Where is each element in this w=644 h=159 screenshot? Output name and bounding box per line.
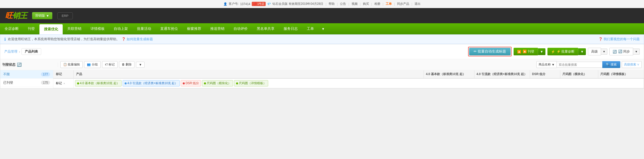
status-item-label: 已刊登: [3, 80, 13, 85]
info-icon: ℹ: [4, 37, 6, 42]
advanced-button-group: 高级 ▼: [588, 48, 608, 55]
store-badge[interactable]: 🔴 1号店: [252, 2, 266, 6]
nav-item-detail-template[interactable]: 详情模板: [86, 23, 109, 34]
notice-link[interactable]: 公告: [340, 2, 346, 6]
tag-dsr[interactable]: DSR:低分: [181, 80, 201, 86]
logo: 旺销王: [5, 11, 27, 21]
customer-label: 客户号:: [229, 2, 239, 6]
table-row: 标记 × 4.0 基本款（标准类10克 起） 4.0 引流款（经济类+标准类10…: [53, 79, 644, 88]
nav-item-related-marketing[interactable]: 关联营销: [63, 23, 86, 34]
nav-item-service-log[interactable]: 服务日志: [279, 23, 302, 34]
bulk-auto-title-button[interactable]: ✏ 批量自动生成标题: [469, 48, 511, 55]
tag-button[interactable]: 🏷 标记: [102, 61, 118, 68]
filter-left: 刊登状态 🔄: [2, 62, 58, 67]
mark-close-icon[interactable]: ×: [63, 82, 65, 85]
divider5: |: [371, 2, 372, 6]
help-link[interactable]: 帮助: [329, 2, 335, 6]
status-item-published[interactable]: 已刊登 175: [0, 79, 53, 87]
user-icon: 👤: [223, 2, 227, 6]
nav-item-search-optimize[interactable]: 搜索优化: [39, 24, 63, 34]
nav-item-publish[interactable]: 刊登: [23, 23, 39, 34]
tag-basic[interactable]: 4.0 基本款（标准类10克 起）: [75, 80, 122, 86]
nav-item-push-marketing[interactable]: 推送营销: [206, 23, 229, 34]
delete-button[interactable]: 🗑 删除: [119, 61, 134, 68]
nav-item-zhitong[interactable]: 直通车抢位: [156, 23, 182, 34]
breadcrumb-separator: ›: [19, 50, 20, 54]
bulk-edit-button[interactable]: 📋 批量编辑: [60, 61, 83, 68]
sync-button[interactable]: 🔄 🔄 同步: [609, 48, 633, 55]
status-item-label: 不限: [3, 72, 10, 77]
breadcrumb-parent[interactable]: 产品管理: [4, 49, 17, 54]
nav-item-blacklist[interactable]: 黑名单共享: [252, 23, 279, 34]
more-actions-button[interactable]: ▼: [136, 62, 145, 68]
erp-button[interactable]: ERP: [57, 12, 73, 19]
membership-text: 钻石会员版 有效期至2019年04月28日: [272, 2, 323, 6]
search-dropdown[interactable]: 商品名称 ▼: [536, 61, 557, 68]
bulk-diagnose-button[interactable]: ⚡ ⚡ 批量诊断: [547, 48, 578, 55]
breadcrumb-current: 产品列表: [21, 48, 41, 55]
tag-dot-icon: [204, 82, 206, 84]
search-button[interactable]: 🔍 搜索: [602, 61, 620, 68]
refresh-icon[interactable]: 🔄: [17, 62, 22, 67]
gongdan-link[interactable]: 工单: [386, 2, 392, 6]
version-button[interactable]: 营销版 ▼: [32, 12, 52, 19]
filter-right: 商品名称 ▼ 🔍 搜索 高级搜索 ∨: [536, 61, 644, 68]
customer-id: 137414: [240, 2, 250, 6]
nav-item-window-recommend[interactable]: 橱窗推荐: [182, 23, 206, 34]
nav-item-gongdan[interactable]: 工单: [302, 23, 318, 34]
th-tag2: 4.0 引流款（经济类+标准类10克 起）: [474, 70, 530, 78]
nav-more-button[interactable]: ▼: [318, 23, 328, 34]
search-dropdown-arrow-icon: ▼: [551, 63, 555, 66]
divider4: |: [360, 2, 361, 6]
publish-icon: 🔼: [517, 50, 521, 54]
nav-item-auto-review[interactable]: 自动评价: [229, 23, 252, 34]
info-message: 欢迎使用旺销王，本系统将帮助您智能化管理店铺，为打造高销量提供帮助。: [8, 37, 120, 41]
tag-size-detail[interactable]: 尺码图（详情模板）: [234, 80, 268, 86]
search-input[interactable]: [557, 62, 602, 68]
status-label: 刊登状态: [2, 62, 15, 67]
how-to-generate-title-link[interactable]: ❓ 如何批量生成标题: [122, 37, 153, 41]
purchase-link[interactable]: 购买: [363, 2, 369, 6]
album-link[interactable]: 相册: [374, 2, 380, 6]
tag-size-modular[interactable]: 尺码图（模块化）: [202, 80, 233, 86]
status-count: 177: [41, 72, 50, 76]
feedback-link[interactable]: ❓ 我们重视您的每一个问题: [599, 37, 640, 41]
group-button[interactable]: 👥 分组: [84, 61, 100, 68]
main-nav: 全店诊断 刊登 搜索优化 关联营销 详情模板 自动上架 批量活动 直通车抢位 橱…: [0, 23, 644, 34]
tag-flow[interactable]: 4.0 引流款（经济类+标准类10克 起）: [123, 80, 180, 86]
status-count: 175: [41, 81, 50, 85]
main-table: 标记 产品 4.0 基本款（标准类10克 起） 4.0 引流款（经济类+标准类1…: [53, 70, 644, 88]
diagnose-dropdown-button[interactable]: ▼: [578, 48, 586, 55]
video-link[interactable]: 视频: [352, 2, 358, 6]
th-mark: 标记: [53, 70, 74, 78]
filter-bar: 刊登状态 🔄 📋 批量编辑 👥 分组 🏷 标记 🗑 删除 ▼ 商品名称 ▼ 🔍 …: [0, 59, 644, 70]
publish-dropdown-button[interactable]: ▼: [538, 48, 545, 55]
status-item-unlimited[interactable]: 不限 177: [0, 70, 53, 79]
highlight-box: ✏ 批量自动生成标题: [468, 47, 512, 56]
mark-label: 标记: [56, 81, 62, 85]
publish-button[interactable]: 🔼 🔼 刊登: [514, 48, 538, 55]
divider8: |: [411, 2, 412, 6]
td-mark: 标记 ×: [53, 79, 74, 88]
dropdown-arrow-icon: ▼: [46, 14, 49, 18]
td-tags: 4.0 基本款（标准类10克 起） 4.0 引流款（经济类+标准类10克 起） …: [74, 79, 644, 88]
nav-item-bulk-activity[interactable]: 批量活动: [132, 23, 156, 34]
advanced-button[interactable]: 高级: [588, 48, 601, 55]
tag-dot-icon: [77, 82, 79, 84]
th-tag1: 4.0 基本款（标准类10克 起）: [424, 70, 474, 78]
content-area: 产品管理 › 产品列表 ✏ 批量自动生成标题 🔼 🔼 刊登 ▼ ⚡: [0, 44, 644, 88]
sync-icon: 🔄: [613, 50, 617, 54]
breadcrumb: 产品管理 › 产品列表: [4, 48, 41, 55]
divider1: |: [326, 2, 326, 6]
membership-info: 💎: [267, 2, 271, 6]
sync-product-link[interactable]: 同步产品: [397, 2, 409, 6]
advanced-search-button[interactable]: 高级搜索 ∨: [622, 61, 642, 68]
search-area: 商品名称 ▼ 🔍 搜索: [536, 61, 620, 68]
nav-item-auto-shelf[interactable]: 自动上架: [109, 23, 132, 34]
divider7: |: [394, 2, 395, 6]
sync-dropdown-button[interactable]: ▼: [633, 49, 640, 55]
advanced-dropdown-button[interactable]: ▼: [601, 49, 608, 55]
nav-item-diagnosis[interactable]: 全店诊断: [0, 23, 23, 34]
divider6: |: [383, 2, 383, 6]
logout-link[interactable]: 退出: [415, 2, 421, 6]
